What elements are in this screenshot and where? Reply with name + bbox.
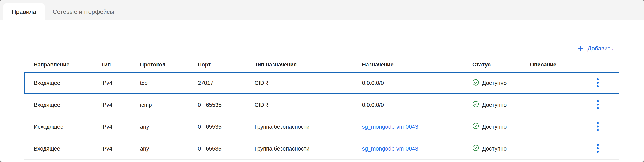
cell-type: IPv4	[101, 123, 140, 130]
cell-type: IPv4	[101, 145, 140, 152]
status-badge: Доступно	[472, 123, 530, 131]
check-circle-icon	[472, 144, 479, 153]
security-group-link[interactable]: sg_mongodb-vm-0043	[362, 123, 418, 130]
status-label: Доступно	[482, 145, 506, 152]
table-row[interactable]: Входящее IPv4 tcp 27017 CIDR 0.0.0.0/0 Д…	[24, 72, 619, 94]
table-row[interactable]: Исходящее IPv4 any 0 - 65535 Группа безо…	[24, 116, 619, 138]
row-actions-button[interactable]	[595, 120, 601, 134]
kebab-menu-icon	[596, 122, 599, 132]
plus-icon	[577, 45, 584, 52]
cell-port: 27017	[198, 80, 254, 86]
kebab-menu-icon	[596, 143, 599, 154]
status-label: Доступно	[482, 102, 506, 108]
kebab-menu-icon	[596, 78, 599, 88]
cell-dest-type: Группа безопасности	[254, 123, 362, 130]
check-circle-icon	[472, 79, 479, 87]
cell-direction: Исходящее	[34, 123, 101, 130]
col-header-dest-type: Тип назначения	[254, 62, 362, 68]
tab-network-interfaces[interactable]: Сетевые интерфейсы	[44, 4, 122, 20]
col-header-description: Описание	[530, 62, 576, 68]
cell-type: IPv4	[101, 102, 140, 108]
col-header-status: Статус	[472, 62, 530, 68]
cell-port: 0 - 65535	[198, 145, 254, 152]
cell-direction: Входящее	[34, 80, 101, 86]
row-actions-button[interactable]	[595, 98, 601, 112]
tab-network-interfaces-label: Сетевые интерфейсы	[53, 9, 114, 15]
rules-table: Направление Тип Протокол Порт Тип назнач…	[24, 57, 619, 159]
table-row[interactable]: Входящее IPv4 any 0 - 65535 Группа безоп…	[24, 138, 619, 159]
tab-bar: Правила Сетевые интерфейсы	[0, 1, 644, 20]
table-header-row: Направление Тип Протокол Порт Тип назнач…	[24, 57, 619, 72]
row-actions-button[interactable]	[595, 142, 601, 155]
add-rule-button[interactable]: Добавить	[577, 45, 613, 52]
status-badge: Доступно	[472, 101, 530, 109]
col-header-destination: Назначение	[362, 62, 472, 68]
row-actions-button[interactable]	[595, 76, 601, 90]
status-label: Доступно	[482, 80, 506, 86]
cell-protocol: tcp	[140, 80, 198, 86]
cell-destination: 0.0.0.0/0	[362, 102, 472, 108]
cell-dest-type: Группа безопасности	[254, 145, 362, 152]
status-label: Доступно	[482, 123, 506, 130]
status-badge: Доступно	[472, 79, 530, 87]
col-header-direction: Направление	[34, 62, 101, 68]
cell-protocol: any	[140, 123, 198, 130]
cell-dest-type: CIDR	[254, 102, 362, 108]
status-badge: Доступно	[472, 144, 530, 153]
cell-protocol: any	[140, 145, 198, 152]
col-header-protocol: Протокол	[140, 62, 198, 68]
cell-direction: Входящее	[34, 102, 101, 108]
tab-rules-label: Правила	[12, 9, 36, 15]
security-group-panel: Правила Сетевые интерфейсы Добавить Напр…	[0, 0, 644, 162]
table-row[interactable]: Входящее IPv4 icmp 0 - 65535 CIDR 0.0.0.…	[24, 94, 619, 116]
rules-tab-content: Добавить Направление Тип Протокол Порт Т…	[0, 44, 644, 159]
table-toolbar: Добавить	[24, 44, 619, 54]
cell-destination: 0.0.0.0/0	[362, 80, 472, 86]
security-group-link[interactable]: sg_mongodb-vm-0043	[362, 145, 418, 152]
cell-port: 0 - 65535	[198, 123, 254, 130]
cell-port: 0 - 65535	[198, 102, 254, 108]
col-header-type: Тип	[101, 62, 140, 68]
cell-type: IPv4	[101, 80, 140, 86]
check-circle-icon	[472, 101, 479, 109]
cell-direction: Входящее	[34, 145, 101, 152]
tab-rules[interactable]: Правила	[4, 4, 44, 20]
check-circle-icon	[472, 123, 479, 131]
cell-dest-type: CIDR	[254, 80, 362, 86]
col-header-port: Порт	[198, 62, 254, 68]
add-rule-label: Добавить	[588, 45, 613, 52]
kebab-menu-icon	[596, 100, 599, 110]
cell-protocol: icmp	[140, 102, 198, 108]
